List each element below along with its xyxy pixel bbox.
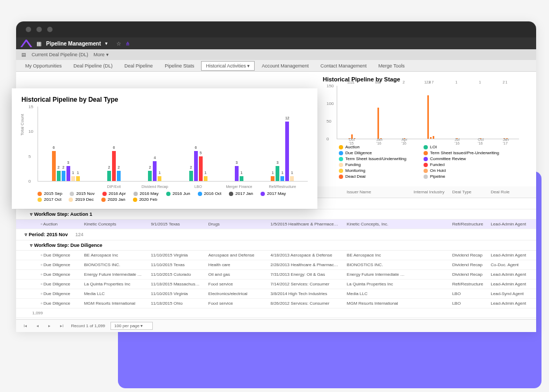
pager-last-icon[interactable]: ▸I (58, 322, 65, 329)
table-row[interactable]: ▫ Due DiligenceEnergy Future Intermediat… (16, 270, 536, 280)
legend-item[interactable]: 2016 Oct (198, 191, 221, 196)
window-dot (26, 27, 31, 32)
app-title-chevron-icon[interactable]: ▾ (105, 41, 108, 46)
group-footer: 1,099 (16, 308, 536, 318)
table-row[interactable]: ▫ Due DiligenceMedia LLC11/10/2015 Virgi… (16, 289, 536, 299)
browser-titlebar (16, 21, 536, 37)
table-row[interactable]: ▫ AuctionKinetic Concepts9/1/2015 TexasD… (16, 220, 536, 229)
tab-pipeline-stats[interactable]: Pipeline Stats (160, 61, 199, 71)
pager-prev-icon[interactable]: ◂ (34, 322, 41, 329)
app-bar: ▦ Pipeline Management ▾ ☆ ⋔ (16, 37, 536, 49)
legend-item[interactable]: 2019 Dec (69, 197, 93, 202)
legend-item[interactable]: 2020 Jan (101, 197, 125, 202)
tabs-bar: My OpportunitiesDeal Pipeline (DL)Deal P… (16, 60, 536, 72)
tab-historical-activities[interactable]: Historical Activities ▾ (201, 61, 255, 71)
chart-pipeline-by-deal-type: Historical Pipeline by Deal Type Total C… (12, 88, 317, 209)
apps-grid-icon[interactable]: ▦ (36, 41, 42, 46)
favorite-star-icon[interactable]: ☆ (116, 41, 121, 47)
pager-next-icon[interactable]: ▸ (46, 322, 53, 329)
table-row[interactable]: ▫ Due DiligenceLa Quinta Properties Inc1… (16, 280, 536, 289)
group-row[interactable]: ▿ Period: 2015 Nov124 (16, 229, 536, 240)
table-row[interactable]: ▫ Due DiligenceBE Aerospace Inc11/10/201… (16, 251, 536, 260)
tab-my-opportunities[interactable]: My Opportunities (20, 61, 66, 71)
legend-item[interactable]: Funding (339, 162, 414, 167)
context-bar: ▤ Current Deal Pipeline (DL) More ▾ (16, 49, 536, 60)
app-title: Pipeline Management (46, 41, 101, 47)
col-issuer-name[interactable]: Issuer Name (344, 190, 411, 194)
tab-deal-pipeline-dl-[interactable]: Deal Pipeline (DL) (69, 61, 117, 71)
subgroup-row[interactable]: ▿ Workflow Step: Due Diligence (16, 240, 536, 251)
chart-pipeline-by-stage: Historical Pipeline by Stage 150 100 50 … (323, 76, 530, 182)
legend-item[interactable]: Funded (424, 162, 499, 167)
tab-merge-tools[interactable]: Merge Tools (374, 61, 410, 71)
doc-icon: ▤ (21, 52, 26, 57)
legend-item[interactable]: 2017 Oct (38, 197, 61, 202)
legend-item[interactable]: Dead Deal (339, 174, 414, 179)
legend-item[interactable]: 2015 Sep (38, 191, 62, 196)
logo-icon (20, 40, 32, 47)
col-internal-industry[interactable]: Internal Industry (411, 190, 449, 194)
pager-per-page[interactable]: 100 per page ▾ (110, 322, 153, 330)
col-deal-role[interactable]: Deal Role (487, 190, 531, 194)
legend-item[interactable]: 2020 Feb (133, 197, 158, 202)
subgroup-row[interactable]: ▿ Workflow Step: Auction 1 (16, 209, 536, 220)
legend-item[interactable]: Term Sheet Issued/Underwriting (339, 156, 414, 161)
legend-item[interactable]: Term Sheet Issued/Pre-Underwriting (424, 150, 499, 155)
legend-item[interactable]: 2015 Nov (70, 191, 94, 196)
pager-first-icon[interactable]: I◂ (21, 322, 29, 329)
context-label[interactable]: Current Deal Pipeline (DL) (32, 52, 88, 57)
share-icon[interactable]: ⋔ (125, 41, 130, 47)
legend-item[interactable]: On Hold (424, 168, 499, 173)
pager: I◂ ◂ ▸ ▸I Record 1 of 1,099 100 per page… (16, 319, 536, 332)
col-deal-type[interactable]: Deal Type (449, 190, 487, 194)
table-row[interactable]: ▫ Due DiligenceMGM Resorts International… (16, 299, 536, 308)
tab-account-management[interactable]: Account Management (257, 61, 314, 71)
tab-contact-management[interactable]: Contact Management (316, 61, 372, 71)
window-dot (36, 27, 42, 32)
tab-deal-pipeline[interactable]: Deal Pipeline (120, 61, 158, 71)
legend-item[interactable]: 2016 May (133, 191, 159, 196)
legend-item[interactable]: 2017 Jan (229, 191, 253, 196)
legend-item[interactable]: Committee Review (424, 156, 499, 161)
more-menu[interactable]: More ▾ (94, 52, 109, 57)
window-dot (47, 27, 53, 32)
legend-item[interactable]: LOI (424, 145, 499, 149)
legend-item[interactable]: Due Diligence (339, 150, 414, 155)
chart-title: Historical Pipeline by Deal Type (21, 96, 308, 103)
table-row[interactable]: ▫ Due DiligenceBIONOSTICS INC.11/10/2015… (16, 260, 536, 270)
legend-item[interactable]: Pipeline (424, 174, 499, 179)
legend-item[interactable]: 2016 Jun (166, 191, 190, 196)
legend-item[interactable]: Auction (339, 145, 414, 149)
pager-record: Record 1 of 1,099 (71, 323, 105, 328)
legend-item[interactable]: 2016 Apr (102, 191, 126, 196)
legend-item[interactable]: Monitoring (339, 168, 414, 173)
legend-item[interactable]: 2017 May (261, 191, 286, 196)
